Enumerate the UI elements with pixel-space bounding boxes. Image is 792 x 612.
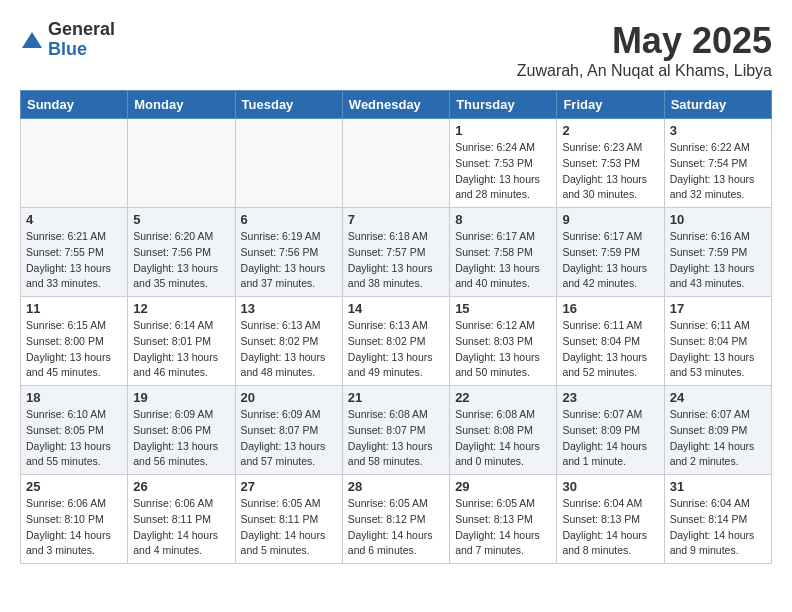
day-number: 2 <box>562 123 658 138</box>
day-info: Sunrise: 6:17 AM Sunset: 7:58 PM Dayligh… <box>455 229 551 292</box>
logo: General Blue <box>20 20 115 60</box>
day-info: Sunrise: 6:04 AM Sunset: 8:14 PM Dayligh… <box>670 496 766 559</box>
calendar-cell: 31Sunrise: 6:04 AM Sunset: 8:14 PM Dayli… <box>664 475 771 564</box>
day-number: 7 <box>348 212 444 227</box>
logo-icon <box>20 30 44 54</box>
title-section: May 2025 Zuwarah, An Nuqat al Khams, Lib… <box>517 20 772 80</box>
calendar-cell: 29Sunrise: 6:05 AM Sunset: 8:13 PM Dayli… <box>450 475 557 564</box>
weekday-header: Wednesday <box>342 91 449 119</box>
calendar-cell <box>21 119 128 208</box>
day-number: 3 <box>670 123 766 138</box>
calendar-cell: 28Sunrise: 6:05 AM Sunset: 8:12 PM Dayli… <box>342 475 449 564</box>
calendar-cell <box>235 119 342 208</box>
calendar-cell: 21Sunrise: 6:08 AM Sunset: 8:07 PM Dayli… <box>342 386 449 475</box>
calendar-cell: 26Sunrise: 6:06 AM Sunset: 8:11 PM Dayli… <box>128 475 235 564</box>
day-number: 17 <box>670 301 766 316</box>
weekday-header: Saturday <box>664 91 771 119</box>
calendar-cell: 15Sunrise: 6:12 AM Sunset: 8:03 PM Dayli… <box>450 297 557 386</box>
day-number: 11 <box>26 301 122 316</box>
calendar-cell: 11Sunrise: 6:15 AM Sunset: 8:00 PM Dayli… <box>21 297 128 386</box>
calendar-cell: 2Sunrise: 6:23 AM Sunset: 7:53 PM Daylig… <box>557 119 664 208</box>
calendar-cell: 1Sunrise: 6:24 AM Sunset: 7:53 PM Daylig… <box>450 119 557 208</box>
day-number: 31 <box>670 479 766 494</box>
day-number: 9 <box>562 212 658 227</box>
day-number: 4 <box>26 212 122 227</box>
day-number: 20 <box>241 390 337 405</box>
day-info: Sunrise: 6:07 AM Sunset: 8:09 PM Dayligh… <box>670 407 766 470</box>
month-title: May 2025 <box>517 20 772 62</box>
day-info: Sunrise: 6:05 AM Sunset: 8:13 PM Dayligh… <box>455 496 551 559</box>
logo-general: General <box>48 20 115 40</box>
day-info: Sunrise: 6:11 AM Sunset: 8:04 PM Dayligh… <box>670 318 766 381</box>
day-number: 6 <box>241 212 337 227</box>
weekday-header: Tuesday <box>235 91 342 119</box>
day-info: Sunrise: 6:13 AM Sunset: 8:02 PM Dayligh… <box>241 318 337 381</box>
day-info: Sunrise: 6:12 AM Sunset: 8:03 PM Dayligh… <box>455 318 551 381</box>
day-number: 16 <box>562 301 658 316</box>
day-info: Sunrise: 6:05 AM Sunset: 8:12 PM Dayligh… <box>348 496 444 559</box>
day-number: 30 <box>562 479 658 494</box>
day-info: Sunrise: 6:09 AM Sunset: 8:07 PM Dayligh… <box>241 407 337 470</box>
weekday-header-row: SundayMondayTuesdayWednesdayThursdayFrid… <box>21 91 772 119</box>
calendar-cell: 8Sunrise: 6:17 AM Sunset: 7:58 PM Daylig… <box>450 208 557 297</box>
calendar-cell: 27Sunrise: 6:05 AM Sunset: 8:11 PM Dayli… <box>235 475 342 564</box>
day-number: 15 <box>455 301 551 316</box>
weekday-header: Thursday <box>450 91 557 119</box>
day-info: Sunrise: 6:14 AM Sunset: 8:01 PM Dayligh… <box>133 318 229 381</box>
weekday-header: Friday <box>557 91 664 119</box>
day-number: 28 <box>348 479 444 494</box>
day-number: 10 <box>670 212 766 227</box>
calendar-cell: 7Sunrise: 6:18 AM Sunset: 7:57 PM Daylig… <box>342 208 449 297</box>
day-info: Sunrise: 6:10 AM Sunset: 8:05 PM Dayligh… <box>26 407 122 470</box>
calendar-week-row: 11Sunrise: 6:15 AM Sunset: 8:00 PM Dayli… <box>21 297 772 386</box>
logo-text: General Blue <box>48 20 115 60</box>
day-info: Sunrise: 6:22 AM Sunset: 7:54 PM Dayligh… <box>670 140 766 203</box>
day-number: 25 <box>26 479 122 494</box>
day-number: 21 <box>348 390 444 405</box>
calendar: SundayMondayTuesdayWednesdayThursdayFrid… <box>20 90 772 564</box>
calendar-cell: 17Sunrise: 6:11 AM Sunset: 8:04 PM Dayli… <box>664 297 771 386</box>
calendar-cell: 13Sunrise: 6:13 AM Sunset: 8:02 PM Dayli… <box>235 297 342 386</box>
calendar-cell: 24Sunrise: 6:07 AM Sunset: 8:09 PM Dayli… <box>664 386 771 475</box>
calendar-cell: 6Sunrise: 6:19 AM Sunset: 7:56 PM Daylig… <box>235 208 342 297</box>
day-info: Sunrise: 6:19 AM Sunset: 7:56 PM Dayligh… <box>241 229 337 292</box>
day-number: 8 <box>455 212 551 227</box>
location: Zuwarah, An Nuqat al Khams, Libya <box>517 62 772 80</box>
calendar-cell: 19Sunrise: 6:09 AM Sunset: 8:06 PM Dayli… <box>128 386 235 475</box>
calendar-week-row: 18Sunrise: 6:10 AM Sunset: 8:05 PM Dayli… <box>21 386 772 475</box>
calendar-week-row: 25Sunrise: 6:06 AM Sunset: 8:10 PM Dayli… <box>21 475 772 564</box>
day-number: 19 <box>133 390 229 405</box>
day-info: Sunrise: 6:05 AM Sunset: 8:11 PM Dayligh… <box>241 496 337 559</box>
calendar-cell: 10Sunrise: 6:16 AM Sunset: 7:59 PM Dayli… <box>664 208 771 297</box>
day-info: Sunrise: 6:16 AM Sunset: 7:59 PM Dayligh… <box>670 229 766 292</box>
day-info: Sunrise: 6:18 AM Sunset: 7:57 PM Dayligh… <box>348 229 444 292</box>
day-number: 18 <box>26 390 122 405</box>
calendar-cell: 9Sunrise: 6:17 AM Sunset: 7:59 PM Daylig… <box>557 208 664 297</box>
calendar-cell: 25Sunrise: 6:06 AM Sunset: 8:10 PM Dayli… <box>21 475 128 564</box>
day-info: Sunrise: 6:04 AM Sunset: 8:13 PM Dayligh… <box>562 496 658 559</box>
day-number: 5 <box>133 212 229 227</box>
calendar-cell: 14Sunrise: 6:13 AM Sunset: 8:02 PM Dayli… <box>342 297 449 386</box>
day-info: Sunrise: 6:13 AM Sunset: 8:02 PM Dayligh… <box>348 318 444 381</box>
calendar-week-row: 1Sunrise: 6:24 AM Sunset: 7:53 PM Daylig… <box>21 119 772 208</box>
day-info: Sunrise: 6:06 AM Sunset: 8:11 PM Dayligh… <box>133 496 229 559</box>
day-number: 24 <box>670 390 766 405</box>
day-info: Sunrise: 6:24 AM Sunset: 7:53 PM Dayligh… <box>455 140 551 203</box>
day-info: Sunrise: 6:06 AM Sunset: 8:10 PM Dayligh… <box>26 496 122 559</box>
day-info: Sunrise: 6:23 AM Sunset: 7:53 PM Dayligh… <box>562 140 658 203</box>
day-number: 27 <box>241 479 337 494</box>
day-info: Sunrise: 6:08 AM Sunset: 8:07 PM Dayligh… <box>348 407 444 470</box>
day-number: 14 <box>348 301 444 316</box>
calendar-cell: 12Sunrise: 6:14 AM Sunset: 8:01 PM Dayli… <box>128 297 235 386</box>
page-header: General Blue May 2025 Zuwarah, An Nuqat … <box>20 20 772 80</box>
calendar-cell <box>128 119 235 208</box>
day-number: 22 <box>455 390 551 405</box>
calendar-cell: 23Sunrise: 6:07 AM Sunset: 8:09 PM Dayli… <box>557 386 664 475</box>
day-number: 1 <box>455 123 551 138</box>
calendar-week-row: 4Sunrise: 6:21 AM Sunset: 7:55 PM Daylig… <box>21 208 772 297</box>
calendar-cell: 5Sunrise: 6:20 AM Sunset: 7:56 PM Daylig… <box>128 208 235 297</box>
calendar-cell: 30Sunrise: 6:04 AM Sunset: 8:13 PM Dayli… <box>557 475 664 564</box>
calendar-cell: 22Sunrise: 6:08 AM Sunset: 8:08 PM Dayli… <box>450 386 557 475</box>
calendar-cell: 18Sunrise: 6:10 AM Sunset: 8:05 PM Dayli… <box>21 386 128 475</box>
day-info: Sunrise: 6:07 AM Sunset: 8:09 PM Dayligh… <box>562 407 658 470</box>
